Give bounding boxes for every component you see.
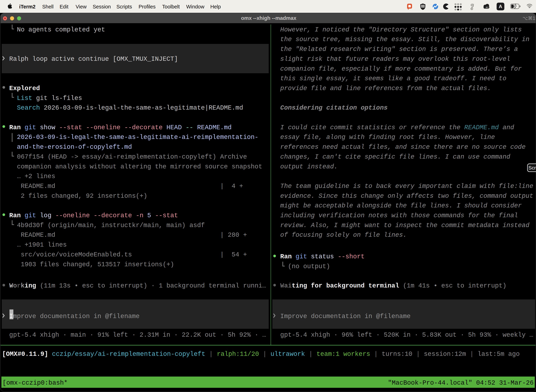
svg-text:..61: ..61: [485, 6, 489, 9]
